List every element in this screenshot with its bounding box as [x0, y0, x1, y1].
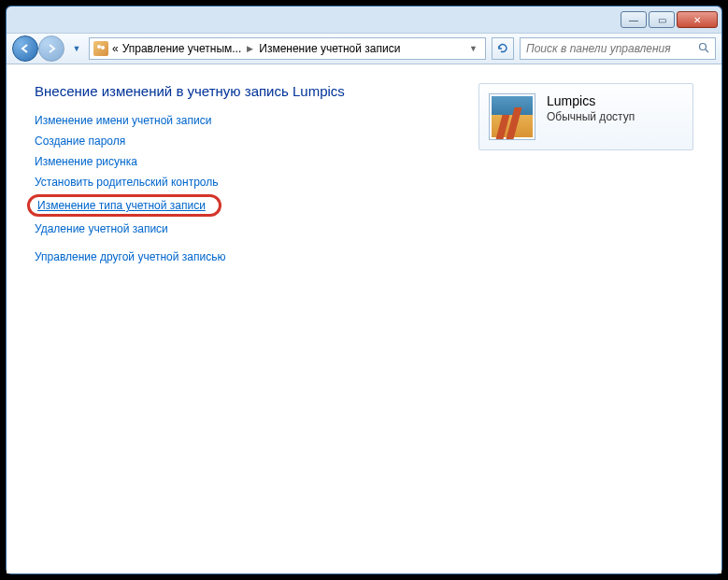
minimize-button[interactable]: —: [621, 11, 647, 28]
link-rename-account[interactable]: Изменение имени учетной записи: [35, 114, 211, 127]
main-column: Внесение изменений в учетную запись Lump…: [35, 83, 441, 271]
link-change-picture[interactable]: Изменение рисунка: [35, 155, 137, 168]
search-input[interactable]: [526, 42, 692, 55]
breadcrumb-item[interactable]: Изменение учетной записи: [259, 42, 400, 55]
window-controls: — ▭ ✕: [621, 11, 718, 28]
content-area: Внесение изменений в учетную запись Lump…: [7, 64, 721, 573]
control-panel-window: — ▭ ✕ ▼ « Управление учетным... ▶ Измене…: [6, 6, 722, 574]
svg-point-2: [700, 43, 707, 50]
user-role: Обычный доступ: [547, 110, 635, 123]
svg-line-3: [706, 50, 708, 52]
user-accounts-icon: [93, 41, 108, 56]
user-account-card: Lumpics Обычный доступ: [478, 83, 693, 150]
task-link-list: Изменение имени учетной записи Создание …: [35, 114, 441, 263]
link-change-account-type[interactable]: Изменение типа учетной записи: [37, 199, 206, 212]
nav-arrows: [12, 35, 64, 62]
search-box[interactable]: [520, 37, 716, 60]
arrow-right-icon: [46, 43, 57, 54]
svg-point-0: [97, 45, 101, 49]
refresh-icon: [496, 42, 509, 55]
side-column: Lumpics Обычный доступ: [478, 83, 693, 150]
link-parental-control[interactable]: Установить родительский контроль: [35, 176, 219, 189]
close-button[interactable]: ✕: [677, 11, 718, 28]
breadcrumb-prefix: «: [112, 42, 119, 55]
forward-button[interactable]: [38, 35, 64, 62]
breadcrumb-item[interactable]: Управление учетным...: [122, 42, 242, 55]
arrow-left-icon: [20, 43, 31, 54]
user-info: Lumpics Обычный доступ: [547, 93, 635, 123]
refresh-button[interactable]: [492, 37, 514, 60]
link-create-password[interactable]: Создание пароля: [35, 134, 125, 148]
chevron-down-icon[interactable]: ▼: [465, 44, 481, 53]
link-manage-other-account[interactable]: Управление другой учетной записью: [35, 250, 225, 263]
page-title: Внесение изменений в учетную запись Lump…: [35, 83, 441, 99]
annotation-highlight: Изменение типа учетной записи: [27, 194, 221, 217]
user-picture: [489, 93, 535, 140]
history-dropdown[interactable]: ▼: [70, 39, 83, 58]
nav-toolbar: ▼ « Управление учетным... ▶ Изменение уч…: [7, 33, 721, 64]
back-button[interactable]: [12, 35, 38, 62]
chevron-right-icon: ▶: [245, 44, 255, 53]
search-icon: [698, 42, 709, 56]
maximize-button[interactable]: ▭: [649, 11, 675, 28]
user-name: Lumpics: [547, 93, 635, 108]
address-bar[interactable]: « Управление учетным... ▶ Изменение учет…: [89, 37, 486, 60]
link-delete-account[interactable]: Удаление учетной записи: [35, 222, 168, 235]
svg-point-1: [101, 46, 105, 50]
titlebar: — ▭ ✕: [7, 7, 721, 33]
